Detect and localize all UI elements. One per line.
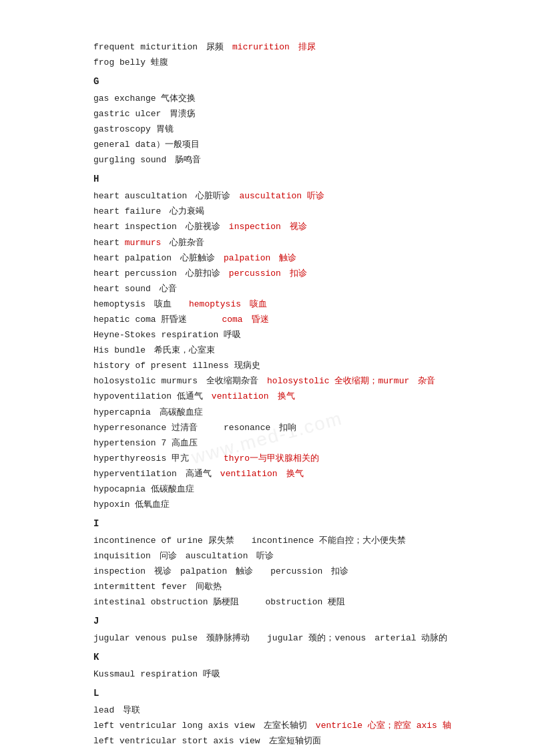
entry-red: palpation 触诊 (224, 253, 296, 263)
entry-gurgling-sound: gurgling sound 肠鸣音 (93, 153, 481, 168)
entry-text: holosystolic murmurs 全收缩期杂音 (93, 376, 267, 386)
entry-text2: 心脏杂音 (161, 238, 204, 248)
section-i: I (93, 516, 481, 532)
entry-text: heart percussion 心脏扣诊 (93, 268, 229, 278)
section-h: H (93, 172, 481, 188)
entry-text: gastric ulcer 胃溃疡 (93, 109, 196, 119)
entry-frog-belly: frog belly 蛙腹 (93, 55, 481, 70)
entry-text: heart (93, 238, 125, 248)
section-k: K (93, 650, 481, 666)
entry-text: Heyne-Stokes respiration 呼吸 (93, 330, 241, 340)
entry-lead: lead 导联 (93, 703, 481, 718)
entry-text: frog belly 蛙腹 (93, 57, 168, 67)
entry-text: left ventricular stort axis view 左室短轴切面 (93, 736, 321, 746)
entry-text: hemoptysis 咳血 (93, 299, 189, 309)
entry-heart-percussion: heart percussion 心脏扣诊 percussion 扣诊 (93, 266, 481, 281)
entry-holosystolic: holosystolic murmurs 全收缩期杂音 holosystolic… (93, 374, 481, 389)
entry-text: hypoxin 低氧血症 (93, 500, 170, 510)
entry-text: heart palpation 心脏触诊 (93, 253, 224, 263)
entry-left-ventricular-short: left ventricular stort axis view 左室短轴切面 (93, 734, 481, 749)
entry-heart-auscultation: heart auscultation 心脏听诊 auscultation 听诊 (93, 189, 481, 204)
entry-incontinence: incontinence of urine 尿失禁 incontinence 不… (93, 534, 481, 548)
entry-hypertension: hypertension 7 高血压 (93, 436, 481, 451)
entry-intermittent-fever: intermittent fever 间歇热 (93, 580, 481, 594)
entry-text: lead 导联 (93, 705, 140, 715)
entry-red: thyro一与甲状腺相关的 (224, 453, 319, 463)
entry-intestinal-obstruction: intestinal obstruction 肠梗阻 obstruction 梗… (93, 595, 481, 610)
entry-text: left ventricular long axis view 左室长轴切 (93, 721, 316, 731)
entry-hemoptysis: hemoptysis 咳血 hemoptysis 咳血 (93, 297, 481, 312)
entry-text: inquisition 问诊 auscultation 听诊 (93, 551, 274, 561)
entry-text: history of present illness 现病史 (93, 361, 260, 371)
entry-text: hypoventilation 低通气 (93, 391, 212, 401)
entry-text: heart inspection 心脏视诊 (93, 222, 229, 232)
entry-heyne-stokes: Heyne-Stokes respiration 呼吸 (93, 328, 481, 343)
entry-gastric-ulcer: gastric ulcer 胃溃疡 (93, 107, 481, 122)
entry-text: heart failure 心力衰竭 (93, 206, 204, 216)
entry-text: His bundle 希氏束，心室束 (93, 345, 215, 355)
entry-text: heart sound 心音 (93, 284, 177, 294)
section-l: L (93, 686, 481, 702)
section-j: J (93, 614, 481, 630)
entry-text: intermittent fever 间歇热 (93, 582, 222, 592)
entry-red: auscultation 听诊 (239, 191, 324, 201)
entry-text: hypocapnia 低碳酸血症 (93, 484, 194, 494)
entry-heart-palpation: heart palpation 心脏触诊 palpation 触诊 (93, 251, 481, 266)
section-g: G (93, 74, 481, 90)
entry-hypocapnia: hypocapnia 低碳酸血症 (93, 482, 481, 497)
entry-hypoxin: hypoxin 低氧血症 (93, 498, 481, 512)
entry-text: intestinal obstruction 肠梗阻 obstruction 梗… (93, 597, 345, 607)
entry-heart-sound: heart sound 心音 (93, 282, 481, 297)
entry-text: hypercapnia 高碳酸血症 (93, 407, 203, 417)
entry-text: general data）一般项目 (93, 140, 200, 150)
content: frequent micturition 尿频 micrurition 排尿 f… (93, 40, 481, 749)
entry-text: hepatic coma 肝昏迷 (93, 315, 222, 325)
entry-red: micrurition 排尿 (232, 42, 316, 52)
entry-red: percussion 扣诊 (229, 268, 307, 278)
entry-red: hemoptysis 咳血 (189, 299, 267, 309)
entry-text: hypertension 7 高血压 (93, 438, 198, 448)
entry-red: murmurs (125, 238, 162, 248)
entry-red: inspection 视诊 (229, 222, 307, 232)
entry-hyperthyreosis: hyperthyreosis 甲亢 thyro一与甲状腺相关的 (93, 451, 481, 466)
entry-his-bundle: His bundle 希氏束，心室束 (93, 343, 481, 358)
entry-red: ventilation 换气 (220, 469, 304, 479)
entry-general-data: general data）一般项目 (93, 138, 481, 152)
entry-text: incontinence of urine 尿失禁 incontinence 不… (93, 536, 406, 546)
entry-jugular: jugular venous pulse 颈静脉搏动 jugular 颈的；ve… (93, 631, 481, 646)
entry-text: gas exchange 气体交换 (93, 93, 196, 104)
entry-red: ventilation 换气 (212, 391, 295, 401)
entry-text: gastroscopy 胃镜 (93, 124, 174, 134)
entry-inquisition: inquisition 问诊 auscultation 听诊 (93, 549, 481, 564)
entry-gastroscopy: gastroscopy 胃镜 (93, 122, 481, 137)
entry-kussmaul: Kussmaul respiration 呼吸 (93, 667, 481, 682)
entry-left-ventricular-long: left ventricular long axis view 左室长轴切 ve… (93, 719, 481, 733)
entry-hyperventilation: hyperventilation 高通气 ventilation 换气 (93, 467, 481, 482)
entry-text: hyperthyreosis 甲亢 (93, 453, 224, 463)
entry-red: holosystolic 全收缩期；murmur 杂音 (267, 376, 435, 386)
entry-hepatic-coma: hepatic coma 肝昏迷 coma 昏迷 (93, 313, 481, 327)
entry-text: heart auscultation 心脏听诊 (93, 191, 239, 201)
entry-history-present: history of present illness 现病史 (93, 359, 481, 373)
entry-heart-inspection: heart inspection 心脏视诊 inspection 视诊 (93, 220, 481, 234)
entry-hypercapnia: hypercapnia 高碳酸血症 (93, 405, 481, 420)
entry-heart-murmurs: heart murmurs 心脏杂音 (93, 236, 481, 250)
entry-red: ventricle 心室；腔室 axis 轴 (316, 721, 451, 731)
entry-text: Kussmaul respiration 呼吸 (93, 669, 220, 679)
entry-text: hyperresonance 过清音 resonance 扣响 (93, 423, 296, 433)
entry-text: frequent micturition 尿频 (93, 42, 232, 52)
entry-text: jugular venous pulse 颈静脉搏动 jugular 颈的；ve… (93, 633, 447, 643)
entry-heart-failure: heart failure 心力衰竭 (93, 204, 481, 219)
entry-hypoventilation: hypoventilation 低通气 ventilation 换气 (93, 389, 481, 404)
entry-inspection: inspection 视诊 palpation 触诊 percussion 扣诊 (93, 564, 481, 579)
entry-hyperresonance: hyperresonance 过清音 resonance 扣响 (93, 421, 481, 435)
entry-gas-exchange: gas exchange 气体交换 (93, 91, 481, 106)
entry-text: inspection 视诊 palpation 触诊 percussion 扣诊 (93, 566, 348, 576)
entry-text: hyperventilation 高通气 (93, 469, 220, 479)
entry-text: gurgling sound 肠鸣音 (93, 155, 201, 165)
entry-red: coma 昏迷 (222, 315, 268, 325)
entry-frequent-micturition: frequent micturition 尿频 micrurition 排尿 (93, 40, 481, 55)
